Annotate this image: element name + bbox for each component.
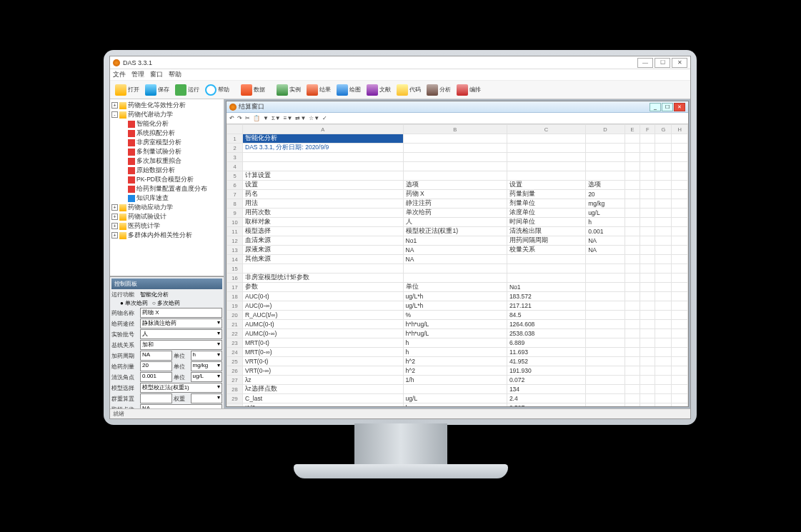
row-number[interactable]: 19	[227, 301, 243, 311]
sheet-cell[interactable]: No1	[403, 236, 507, 246]
sheet-row[interactable]: 17参数单位No1	[227, 283, 688, 292]
child-minimize-button[interactable]: _	[650, 103, 661, 111]
sheet-cell[interactable]	[672, 190, 688, 199]
sheet-cell[interactable]	[655, 153, 672, 162]
sheet-cell[interactable]: 血清来源	[243, 236, 404, 246]
sheet-cell[interactable]: λz选择点数	[243, 385, 404, 394]
row-number[interactable]: 25	[227, 357, 243, 366]
row-number[interactable]: 30	[227, 403, 243, 407]
sheet-cell[interactable]: 尿液来源	[243, 246, 404, 255]
sheet-row[interactable]: 6设置选项设置选项	[227, 181, 688, 190]
sheet-cell[interactable]: 人	[403, 218, 507, 227]
sheet-cell[interactable]	[655, 209, 672, 218]
sheet-cell[interactable]: 计算设置	[243, 171, 404, 181]
sheet-cell[interactable]	[640, 153, 655, 162]
sheet-cell[interactable]: 药量刻量	[507, 190, 585, 199]
control-select[interactable]: 静脉滴注给药	[140, 318, 222, 328]
sheet-row[interactable]: 10取样对象人时间单位h	[227, 218, 688, 227]
sheet-cell[interactable]	[672, 199, 688, 209]
sheet-cell[interactable]	[672, 376, 688, 385]
sheet-cell[interactable]	[655, 376, 672, 385]
sheet-cell[interactable]	[507, 171, 585, 181]
sheet-cell[interactable]	[243, 162, 404, 171]
sheet-cell[interactable]	[655, 246, 672, 255]
sheet-cell[interactable]: 9.597	[507, 403, 585, 407]
sheet-cell[interactable]	[625, 311, 640, 320]
sheet-cell[interactable]: 取样对象	[243, 218, 404, 227]
sheet-cell[interactable]	[625, 190, 640, 199]
sheet-row[interactable]: 30t1/2zh9.597	[227, 403, 688, 407]
sheet-cell[interactable]: 用药次数	[243, 209, 404, 218]
row-number[interactable]: 21	[227, 320, 243, 329]
sheet-cell[interactable]	[640, 320, 655, 329]
sheet-cell[interactable]	[625, 301, 640, 311]
tree-node[interactable]: PK-PD联合模型分析	[111, 175, 222, 184]
row-number[interactable]: 9	[227, 209, 243, 218]
sheet-row[interactable]: 29C_lastug/L2.4	[227, 394, 688, 403]
sheet-tool-button[interactable]: ☆▼	[309, 115, 319, 121]
sheet-cell[interactable]	[640, 255, 655, 264]
sheet-cell[interactable]: NA	[403, 246, 507, 255]
tree-node[interactable]: 智能化分析	[111, 119, 222, 129]
sheet-row[interactable]: 19AUC(0-∞)ug/L*h217.121	[227, 301, 688, 311]
sheet-cell[interactable]: AUC(0-t)	[243, 292, 404, 301]
sheet-cell[interactable]	[403, 134, 507, 144]
sheet-cell[interactable]: VRT(0-∞)	[243, 366, 404, 376]
sheet-cell[interactable]	[640, 190, 655, 199]
sheet-tool-button[interactable]: 📋	[253, 115, 260, 121]
sheet-cell[interactable]	[655, 320, 672, 329]
sheet-cell[interactable]: h	[403, 338, 507, 348]
sheet-cell[interactable]	[640, 348, 655, 357]
row-number[interactable]: 15	[227, 264, 243, 273]
sheet-cell[interactable]	[672, 311, 688, 320]
sheet-cell[interactable]	[672, 394, 688, 403]
maximize-button[interactable]: ☐	[655, 58, 670, 68]
sheet-cell[interactable]: h*h*ug/L	[403, 329, 507, 338]
sheet-cell[interactable]	[655, 218, 672, 227]
sheet-cell[interactable]	[625, 171, 640, 181]
sheet-cell[interactable]: h^2	[403, 357, 507, 366]
sheet-cell[interactable]	[625, 320, 640, 329]
sheet-cell[interactable]	[625, 292, 640, 301]
sheet-cell[interactable]	[625, 366, 640, 376]
sheet-cell[interactable]: MRT(0-t)	[243, 338, 404, 348]
sheet-cell[interactable]	[586, 283, 625, 292]
tree-node[interactable]: 给药剂量配置者血度分布	[111, 184, 222, 194]
sheet-tool-button[interactable]: ✓	[322, 115, 327, 121]
sheet-row[interactable]: 24MRT(0-∞)h11.693	[227, 348, 688, 357]
sheet-cell[interactable]: 清洗检出限	[507, 227, 585, 236]
sheet-cell[interactable]	[640, 338, 655, 348]
sheet-cell[interactable]	[403, 162, 507, 171]
minimize-button[interactable]: —	[637, 58, 653, 68]
sheet-cell[interactable]	[672, 348, 688, 357]
sheet-cell[interactable]	[243, 264, 404, 273]
sheet-cell[interactable]	[625, 246, 640, 255]
sheet-cell[interactable]: 0.001	[586, 227, 625, 236]
sheet-cell[interactable]	[507, 255, 585, 264]
tree-node[interactable]: 系统拟配分析	[111, 129, 222, 138]
sheet-cell[interactable]: 191.930	[507, 366, 585, 376]
control-unit-select[interactable]: mg/kg	[191, 361, 223, 371]
sheet-row[interactable]: 18AUC(0-t)ug/L*h183.572	[227, 292, 688, 301]
sheet-cell[interactable]	[625, 209, 640, 218]
sheet-cell[interactable]	[640, 273, 655, 283]
sheet-row[interactable]: 21AUMC(0-t)h*h*ug/L1264.608	[227, 320, 688, 329]
sheet-cell[interactable]: 智能化分析	[243, 134, 404, 144]
sheet-cell[interactable]: 单次给药	[403, 209, 507, 218]
tree-node[interactable]: -药物代谢动力学	[111, 110, 222, 119]
sheet-row[interactable]: 16非房室模型统计矩参数	[227, 273, 688, 283]
sheet-row[interactable]: 7药名药物 X药量刻量20	[227, 190, 688, 199]
sheet-cell[interactable]	[655, 301, 672, 311]
sheet-cell[interactable]	[586, 153, 625, 162]
sheet-cell[interactable]	[625, 236, 640, 246]
sheet-cell[interactable]	[655, 283, 672, 292]
row-number[interactable]: 5	[227, 171, 243, 181]
tree-node[interactable]: 知识库速查	[111, 194, 222, 203]
sheet-cell[interactable]: mg/kg	[586, 199, 625, 209]
sheet-row[interactable]: 11模型选择模型校正法(权重1)清洗检出限0.001	[227, 227, 688, 236]
sheet-cell[interactable]	[672, 338, 688, 348]
control-select[interactable]: 加和	[140, 340, 222, 350]
sheet-cell[interactable]	[403, 171, 507, 181]
sheet-cell[interactable]: 设置	[507, 181, 585, 190]
toolbar-实例-button[interactable]: 实例	[274, 84, 303, 96]
